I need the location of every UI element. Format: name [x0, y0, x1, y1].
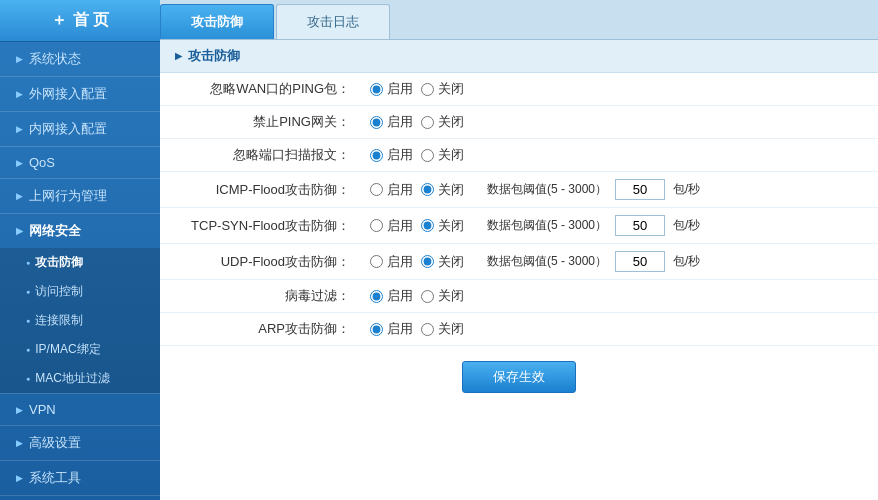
threshold-label-tcp-syn-flood: 数据包阈值(5 - 3000）: [487, 217, 607, 234]
disable-radio-group-udp-flood[interactable]: 关闭: [421, 253, 464, 271]
sidebar-sub-item-attack-defense[interactable]: 攻击防御: [0, 248, 160, 277]
sidebar-section-system-status: 系统状态: [0, 42, 160, 77]
content-area: 攻击防御 忽略WAN口的PING包： 启用 关闭: [160, 40, 878, 500]
disable-radio-udp-flood[interactable]: [421, 255, 434, 268]
enable-radio-arp-defense[interactable]: [370, 323, 383, 336]
row-controls-wan-ping: 启用 关闭: [360, 73, 878, 106]
enable-radio-group-virus-filter[interactable]: 启用: [370, 287, 413, 305]
disable-radio-group-port-scan[interactable]: 关闭: [421, 146, 464, 164]
enable-radio-group-arp-defense[interactable]: 启用: [370, 320, 413, 338]
disable-radio-icmp-flood[interactable]: [421, 183, 434, 196]
sidebar-item-label: 系统状态: [29, 50, 81, 68]
tab-attack-defense[interactable]: 攻击防御: [160, 4, 274, 39]
tab-label: 攻击日志: [307, 14, 359, 29]
sidebar-sub-item-access-control[interactable]: 访问控制: [0, 277, 160, 306]
enable-radio-group-ban-ping[interactable]: 启用: [370, 113, 413, 131]
sidebar-item-system-tools[interactable]: 系统工具: [0, 461, 160, 495]
disable-radio-port-scan[interactable]: [421, 149, 434, 162]
sidebar-section-behavior: 上网行为管理: [0, 179, 160, 214]
enable-label-icmp-flood: 启用: [387, 181, 413, 199]
row-controls-arp-defense: 启用 关闭: [360, 313, 878, 346]
disable-radio-group-ban-ping[interactable]: 关闭: [421, 113, 464, 131]
enable-radio-group-port-scan[interactable]: 启用: [370, 146, 413, 164]
sidebar-sub-item-mac-filter[interactable]: MAC地址过滤: [0, 364, 160, 393]
enable-radio-group-wan-ping[interactable]: 启用: [370, 80, 413, 98]
disable-label-ban-ping: 关闭: [438, 113, 464, 131]
table-row: 忽略WAN口的PING包： 启用 关闭: [160, 73, 878, 106]
plus-icon: ＋: [51, 10, 67, 31]
disable-radio-arp-defense[interactable]: [421, 323, 434, 336]
row-label-icmp-flood: ICMP-Flood攻击防御：: [160, 172, 360, 208]
sidebar-home-button[interactable]: ＋ 首 页: [0, 0, 160, 42]
disable-label-wan-ping: 关闭: [438, 80, 464, 98]
threshold-input-tcp-syn-flood[interactable]: [615, 215, 665, 236]
save-button[interactable]: 保存生效: [462, 361, 576, 393]
home-label: 首 页: [73, 10, 109, 31]
sidebar-item-qos[interactable]: QoS: [0, 147, 160, 178]
sidebar-item-label: QoS: [29, 155, 55, 170]
disable-radio-ban-ping[interactable]: [421, 116, 434, 129]
row-label-virus-filter: 病毒过滤：: [160, 280, 360, 313]
row-controls-virus-filter: 启用 关闭: [360, 280, 878, 313]
sidebar-sub-item-label: 访问控制: [35, 283, 83, 300]
sidebar-item-vpn[interactable]: VPN: [0, 394, 160, 425]
sidebar-section-wan-config: 外网接入配置: [0, 77, 160, 112]
threshold-input-udp-flood[interactable]: [615, 251, 665, 272]
row-controls-tcp-syn-flood: 启用 关闭 数据包阈值(5 - 3000） 包/秒: [360, 208, 878, 244]
table-row: ICMP-Flood攻击防御： 启用 关闭 数据包阈值(5 - 3000）: [160, 172, 878, 208]
disable-radio-group-wan-ping[interactable]: 关闭: [421, 80, 464, 98]
disable-radio-group-tcp-syn-flood[interactable]: 关闭: [421, 217, 464, 235]
sidebar-item-behavior[interactable]: 上网行为管理: [0, 179, 160, 213]
disable-radio-tcp-syn-flood[interactable]: [421, 219, 434, 232]
row-controls-port-scan: 启用 关闭: [360, 139, 878, 172]
enable-radio-wan-ping[interactable]: [370, 83, 383, 96]
disable-radio-group-icmp-flood[interactable]: 关闭: [421, 181, 464, 199]
sidebar-sub-item-connection-limit[interactable]: 连接限制: [0, 306, 160, 335]
sidebar: ＋ 首 页 系统状态 外网接入配置 内网接入配置 QoS 上网行为管理 网络安全: [0, 0, 160, 500]
sidebar-item-network-security[interactable]: 网络安全: [0, 214, 160, 248]
threshold-label-udp-flood: 数据包阈值(5 - 3000）: [487, 253, 607, 270]
enable-radio-icmp-flood[interactable]: [370, 183, 383, 196]
disable-radio-virus-filter[interactable]: [421, 290, 434, 303]
sidebar-item-wan-config[interactable]: 外网接入配置: [0, 77, 160, 111]
table-row: TCP-SYN-Flood攻击防御： 启用 关闭 数据包阈值(5 - 3000）: [160, 208, 878, 244]
enable-radio-ban-ping[interactable]: [370, 116, 383, 129]
enable-label-tcp-syn-flood: 启用: [387, 217, 413, 235]
sidebar-item-label: 外网接入配置: [29, 85, 107, 103]
enable-radio-virus-filter[interactable]: [370, 290, 383, 303]
enable-radio-udp-flood[interactable]: [370, 255, 383, 268]
sidebar-item-lan-config[interactable]: 内网接入配置: [0, 112, 160, 146]
disable-radio-group-virus-filter[interactable]: 关闭: [421, 287, 464, 305]
threshold-input-icmp-flood[interactable]: [615, 179, 665, 200]
enable-radio-group-udp-flood[interactable]: 启用: [370, 253, 413, 271]
sidebar-sub-item-ip-mac-bind[interactable]: IP/MAC绑定: [0, 335, 160, 364]
row-label-wan-ping: 忽略WAN口的PING包：: [160, 73, 360, 106]
sidebar-item-label: 系统工具: [29, 469, 81, 487]
row-label-port-scan: 忽略端口扫描报文：: [160, 139, 360, 172]
row-controls-icmp-flood: 启用 关闭 数据包阈值(5 - 3000） 包/秒: [360, 172, 878, 208]
row-controls-udp-flood: 启用 关闭 数据包阈值(5 - 3000） 包/秒: [360, 244, 878, 280]
disable-radio-group-arp-defense[interactable]: 关闭: [421, 320, 464, 338]
disable-label-port-scan: 关闭: [438, 146, 464, 164]
sidebar-item-system-status[interactable]: 系统状态: [0, 42, 160, 76]
unit-label-icmp-flood: 包/秒: [673, 181, 700, 198]
disable-radio-wan-ping[interactable]: [421, 83, 434, 96]
form-table: 忽略WAN口的PING包： 启用 关闭: [160, 73, 878, 346]
enable-radio-group-tcp-syn-flood[interactable]: 启用: [370, 217, 413, 235]
enable-radio-group-icmp-flood[interactable]: 启用: [370, 181, 413, 199]
threshold-label-icmp-flood: 数据包阈值(5 - 3000）: [487, 181, 607, 198]
sidebar-sub-item-label: 连接限制: [35, 312, 83, 329]
tab-attack-log[interactable]: 攻击日志: [276, 4, 390, 39]
tab-bar: 攻击防御 攻击日志: [160, 0, 878, 40]
table-row: 禁止PING网关： 启用 关闭: [160, 106, 878, 139]
sidebar-section-system-tools: 系统工具: [0, 461, 160, 496]
enable-label-arp-defense: 启用: [387, 320, 413, 338]
enable-label-udp-flood: 启用: [387, 253, 413, 271]
disable-label-virus-filter: 关闭: [438, 287, 464, 305]
enable-radio-port-scan[interactable]: [370, 149, 383, 162]
table-row: ARP攻击防御： 启用 关闭: [160, 313, 878, 346]
sidebar-sub-item-label: MAC地址过滤: [35, 370, 110, 387]
enable-radio-tcp-syn-flood[interactable]: [370, 219, 383, 232]
table-row: UDP-Flood攻击防御： 启用 关闭 数据包阈值(5 - 3000）: [160, 244, 878, 280]
sidebar-item-advanced[interactable]: 高级设置: [0, 426, 160, 460]
